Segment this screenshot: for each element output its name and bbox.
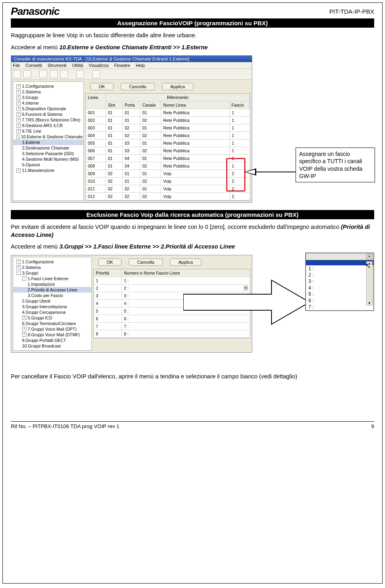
cancel-button[interactable]: Cancella xyxy=(121,83,155,90)
menu-file[interactable]: File xyxy=(13,63,20,68)
menu-finestre[interactable]: Finestre xyxy=(114,63,130,68)
tree-item[interactable]: 3.Costo per Fascio xyxy=(13,293,91,298)
menu-connetti[interactable]: Connetti xyxy=(26,63,42,68)
expand-icon[interactable]: + xyxy=(16,84,21,89)
menu-strumenti[interactable]: Strumenti xyxy=(48,63,67,68)
table-row[interactable]: 002 01 01 02 Rete Pubblica 1 xyxy=(86,117,250,124)
expand-icon[interactable]: + xyxy=(16,95,21,100)
collapse-icon[interactable]: - xyxy=(16,271,21,275)
dropdown-option[interactable]: 6 : xyxy=(306,297,373,304)
tree-item[interactable]: +11.Manutenzione xyxy=(13,168,83,173)
table-row[interactable]: 007 01 04 01 Rete Pubblica 1 xyxy=(86,155,250,162)
tree-item[interactable]: 9.Gruppi Portatili DECT xyxy=(13,337,91,343)
table-row[interactable]: 004 01 02 02 Rete Pubblica 1 xyxy=(86,132,250,139)
tree-item[interactable]: 4.Gruppi Cercapersone xyxy=(13,309,91,315)
col-slot: Slot xyxy=(106,101,123,109)
tree-item[interactable]: +5.Dispositivo Opzionale xyxy=(13,106,83,111)
expand-icon[interactable]: + xyxy=(16,101,21,105)
tree-item[interactable]: +3.Gruppi xyxy=(13,95,83,100)
table-row[interactable]: 012 02 02 02 Voip 2 xyxy=(86,193,250,200)
cancel-button-2[interactable]: Cancella xyxy=(129,259,163,266)
table-row[interactable]: 001 01 01 01 Rete Pubblica 1 xyxy=(86,109,250,117)
table-row[interactable]: 010 02 01 02 Voip 2 xyxy=(86,178,250,185)
nav-tree[interactable]: +1.Configurazione+2.Sistema+3.Gruppi+4.I… xyxy=(13,81,84,201)
table-row[interactable]: 009 02 01 01 Voip 2 xyxy=(86,170,250,178)
scroll-down-icon[interactable]: ▼ xyxy=(367,301,372,305)
tree-item[interactable]: +5.Gruppi ICD xyxy=(13,315,91,321)
tb-btn-6[interactable] xyxy=(76,70,84,78)
tree-item[interactable]: 5.Opzioni xyxy=(13,162,83,168)
tb-btn-7[interactable] xyxy=(92,70,100,78)
expand-icon[interactable]: + xyxy=(22,327,26,331)
dropdown-option[interactable]: 3 : xyxy=(306,278,373,285)
table-row[interactable]: 005 01 03 01 Rete Pubblica 1 xyxy=(86,139,250,147)
dropdown-option[interactable]: 7 : xyxy=(306,304,373,310)
dropdown-option[interactable]: 4 : xyxy=(306,285,373,291)
expand-icon[interactable]: + xyxy=(16,107,21,111)
table-row[interactable]: 011 02 02 01 Voip 2 xyxy=(86,185,250,193)
tree-item[interactable]: 2.Gruppi Utenti xyxy=(13,298,91,304)
tree-item[interactable]: +7.Gruppi Voice Mail (DPT) xyxy=(13,326,91,332)
tree-item[interactable]: 2.Priorità di Accesso Linee xyxy=(13,287,91,293)
expand-icon[interactable]: + xyxy=(16,265,21,269)
tree-item[interactable]: +7.TRS (Blocco Selezione Cifre) xyxy=(13,117,83,123)
collapse-icon[interactable]: - xyxy=(22,276,26,281)
apply-button-2[interactable]: Applica xyxy=(170,259,201,266)
dropdown-field[interactable]: ▾ xyxy=(306,253,373,260)
tree-item[interactable]: +9.TIE Line xyxy=(13,128,83,134)
ok-button-2[interactable]: OK xyxy=(98,259,122,266)
table-row[interactable]: 006 01 03 02 Rete Pubblica 1 xyxy=(86,147,250,155)
tree-item[interactable]: +2.Sistema xyxy=(13,265,91,270)
tree-item[interactable]: 1.Esterne xyxy=(13,139,83,145)
tree-item[interactable]: +1.Configurazione xyxy=(13,259,91,265)
tree-item[interactable]: +2.Sistema xyxy=(13,89,83,95)
expand-icon[interactable]: + xyxy=(16,118,21,122)
tree-item[interactable]: 2.Destinazione Chiamate xyxy=(13,145,83,151)
chevron-down-icon[interactable]: ▾ xyxy=(366,254,373,259)
expand-icon[interactable]: + xyxy=(22,332,26,337)
tree-item[interactable]: -1.Fasci Linee Esterne xyxy=(13,276,91,281)
tb-btn-2[interactable] xyxy=(23,70,31,78)
dropdown-option[interactable]: 2 : xyxy=(306,272,373,278)
cell-fascio-name[interactable]: 8 : xyxy=(122,330,250,337)
tree-item[interactable]: -10.Esterne & Gestione Chiamate xyxy=(13,134,83,139)
expand-icon[interactable]: + xyxy=(16,168,21,173)
tb-btn-4[interactable] xyxy=(50,70,58,78)
tb-btn-1[interactable] xyxy=(13,70,21,78)
table-row[interactable]: 8 8 : xyxy=(94,330,250,338)
tree-item[interactable]: +8.Gestione ARS /LCR xyxy=(13,123,83,128)
expand-icon[interactable]: + xyxy=(16,112,21,117)
tree-item[interactable]: 4.Gestione Multi Numero (MSI xyxy=(13,156,83,162)
tree-item[interactable]: 1.Impostazioni xyxy=(13,281,91,287)
tree-item[interactable]: +8.Gruppi Voice Mail (DTMF) xyxy=(13,332,91,337)
dropdown-option[interactable]: 1 : xyxy=(306,265,373,272)
collapse-icon[interactable]: - xyxy=(16,135,20,139)
tb-btn-3[interactable] xyxy=(39,70,47,78)
expand-icon[interactable]: + xyxy=(16,123,21,128)
ok-button[interactable]: OK xyxy=(90,83,113,90)
dropdown-blank-option[interactable] xyxy=(306,260,373,265)
menu-visualizza[interactable]: Visualizza xyxy=(89,63,108,68)
tree-item[interactable]: 3.Gruppi Intercettazione xyxy=(13,304,91,309)
cell-slot: 01 xyxy=(106,139,123,147)
lines-grid[interactable]: Linea Riferimento Slot Porta Canale Nome… xyxy=(85,93,250,201)
tree-item[interactable]: -3.Gruppi xyxy=(13,270,91,276)
apply-button[interactable]: Applica xyxy=(162,83,193,90)
expand-icon[interactable]: + xyxy=(16,90,21,94)
tree-item[interactable]: 10.Gruppi Broadcast xyxy=(13,343,91,349)
tb-btn-5[interactable] xyxy=(60,70,68,78)
table-row[interactable]: 003 01 02 01 Rete Pubblica 1 xyxy=(86,124,250,132)
expand-icon[interactable]: + xyxy=(22,315,26,320)
menu-utilita[interactable]: Utilità xyxy=(72,63,83,68)
expand-icon[interactable]: + xyxy=(16,259,21,264)
dropdown-option[interactable]: 5 : xyxy=(306,291,373,297)
menu-help[interactable]: Help xyxy=(136,63,145,68)
tree-item[interactable]: +4.Interne xyxy=(13,100,83,106)
table-row[interactable]: 008 01 04 02 Rete Pubblica 1 xyxy=(86,162,250,170)
tree-item[interactable]: +6.Funzioni di Sistema xyxy=(13,111,83,117)
tree-item[interactable]: 6.Gruppi Terminato/Circolare xyxy=(13,321,91,326)
expand-icon[interactable]: + xyxy=(16,129,21,133)
tree-item[interactable]: +1.Configurazione xyxy=(13,83,83,89)
nav-tree-2[interactable]: +1.Configurazione+2.Sistema-3.Gruppi-1.F… xyxy=(13,257,92,351)
tree-item[interactable]: 3.Selezione Passante (DDI) xyxy=(13,151,83,156)
